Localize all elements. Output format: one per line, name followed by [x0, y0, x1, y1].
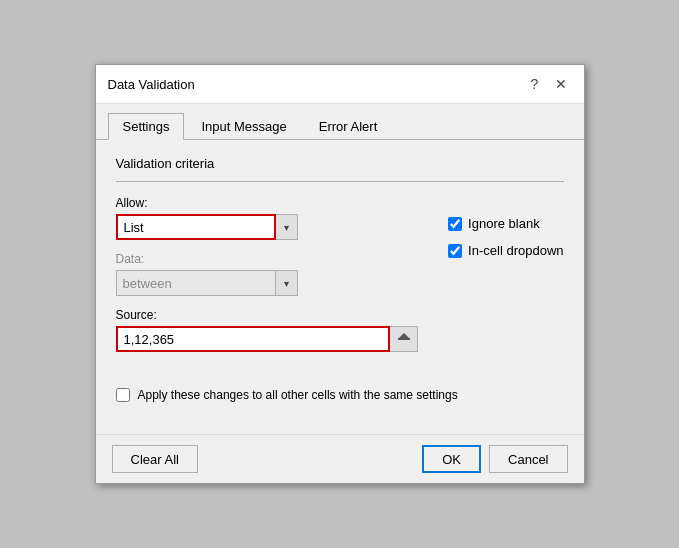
ignore-blank-row: Ignore blank	[448, 216, 563, 231]
data-select-wrapper: between ▾	[116, 270, 419, 296]
cancel-button[interactable]: Cancel	[489, 445, 567, 473]
apply-row: Apply these changes to all other cells w…	[116, 388, 564, 402]
section-divider	[116, 181, 564, 182]
in-cell-dropdown-label: In-cell dropdown	[468, 243, 563, 258]
ignore-blank-checkbox[interactable]	[448, 217, 462, 231]
in-cell-dropdown-row: In-cell dropdown	[448, 243, 563, 258]
allow-dropdown-arrow[interactable]: ▾	[276, 214, 298, 240]
close-button[interactable]: ✕	[550, 73, 572, 95]
left-column: Allow: List ▾ Data: between ▾ Source:	[116, 196, 419, 352]
in-cell-dropdown-checkbox[interactable]	[448, 244, 462, 258]
dialog-title: Data Validation	[108, 77, 195, 92]
footer-left: Clear All	[112, 445, 198, 473]
apply-checkbox[interactable]	[116, 388, 130, 402]
collapse-icon	[396, 331, 412, 347]
right-column: Ignore blank In-cell dropdown	[448, 196, 563, 352]
help-button[interactable]: ?	[524, 73, 546, 95]
ok-button[interactable]: OK	[422, 445, 481, 473]
apply-label: Apply these changes to all other cells w…	[138, 388, 458, 402]
source-input[interactable]	[116, 326, 391, 352]
tab-error-alert[interactable]: Error Alert	[304, 113, 393, 140]
source-label: Source:	[116, 308, 419, 322]
allow-select[interactable]: List	[116, 214, 276, 240]
data-dropdown-arrow[interactable]: ▾	[276, 270, 298, 296]
svg-rect-0	[398, 338, 410, 340]
form-area: Allow: List ▾ Data: between ▾ Source:	[116, 196, 564, 352]
footer-right: OK Cancel	[422, 445, 567, 473]
tab-bar: Settings Input Message Error Alert	[96, 104, 584, 140]
section-title: Validation criteria	[116, 156, 564, 171]
clear-all-button[interactable]: Clear All	[112, 445, 198, 473]
svg-marker-1	[399, 333, 409, 338]
title-bar-controls: ? ✕	[524, 73, 572, 95]
footer: Clear All OK Cancel	[96, 434, 584, 483]
data-validation-dialog: Data Validation ? ✕ Settings Input Messa…	[95, 64, 585, 484]
allow-label: Allow:	[116, 196, 419, 210]
allow-select-wrapper: List ▾	[116, 214, 419, 240]
dialog-content: Validation criteria Allow: List ▾ Data: …	[96, 140, 584, 434]
ignore-blank-label: Ignore blank	[468, 216, 540, 231]
data-select[interactable]: between	[116, 270, 276, 296]
spacer	[116, 352, 564, 372]
tab-input-message[interactable]: Input Message	[186, 113, 301, 140]
source-row	[116, 326, 419, 352]
source-collapse-button[interactable]	[390, 326, 418, 352]
tab-settings[interactable]: Settings	[108, 113, 185, 140]
data-label: Data:	[116, 252, 419, 266]
title-bar: Data Validation ? ✕	[96, 65, 584, 104]
